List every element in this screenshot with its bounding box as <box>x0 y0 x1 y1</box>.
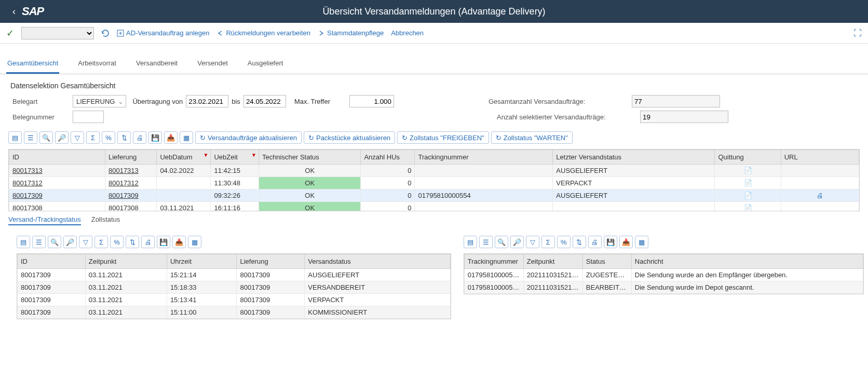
table-row[interactable]: 0179581000055420211103152107BEARBEITUNGD… <box>464 281 863 294</box>
subtotal-icon[interactable]: % <box>557 236 571 248</box>
filter-icon[interactable]: ▽ <box>79 236 92 248</box>
id-link[interactable]: 80017309 <box>12 192 43 199</box>
col-quittung[interactable]: Quittung <box>715 150 781 165</box>
receipt-icon[interactable]: 📄 <box>744 179 752 187</box>
subtotal-icon[interactable]: % <box>110 236 124 248</box>
belegnr-input[interactable] <box>73 111 104 123</box>
tab-versendet[interactable]: Versendet <box>196 54 229 74</box>
col-uebzeit[interactable]: UebZeit▼ <box>211 150 259 165</box>
export-excel-icon[interactable]: 📥 <box>164 131 178 144</box>
search-next-icon[interactable]: 🔎 <box>55 131 69 144</box>
subtab-zoll[interactable]: Zollstatus <box>91 214 120 225</box>
table-row[interactable]: 8001730903.11.202115:21:1480017309AUSGEL… <box>18 269 451 281</box>
sort-asc-icon[interactable]: ⇅ <box>126 236 139 248</box>
search-icon[interactable]: 🔍 <box>495 236 508 248</box>
sum-icon[interactable]: Σ <box>86 131 100 144</box>
details-icon[interactable]: ▤ <box>8 131 22 144</box>
receipt-icon[interactable]: 📄 <box>744 167 752 174</box>
col-tracking[interactable]: Trackingnummer <box>415 150 553 165</box>
export-local-icon[interactable]: 💾 <box>157 236 170 248</box>
tab-arbeitsvorrat[interactable]: Arbeitsvorrat <box>77 54 117 74</box>
date-from-input[interactable] <box>186 95 228 107</box>
back-button[interactable]: ‹ <box>6 6 22 17</box>
lcol-uhr[interactable]: Uhrzeit <box>167 254 237 269</box>
list-icon[interactable]: ☰ <box>479 236 493 248</box>
id-link[interactable]: 80017312 <box>12 179 43 187</box>
export-excel-icon[interactable]: 📥 <box>172 236 186 248</box>
search-next-icon[interactable]: 🔎 <box>63 236 77 248</box>
receipt-icon[interactable]: 📄 <box>744 192 752 199</box>
col-hus[interactable]: Anzahl HUs <box>361 150 415 165</box>
table-row[interactable]: 800173128001731211:30:48OK0VERPACKT📄 <box>9 177 859 190</box>
lieferung-link[interactable]: 80017308 <box>108 204 139 211</box>
sort-asc-icon[interactable]: ⇅ <box>573 236 586 248</box>
layout-icon[interactable]: ▦ <box>180 131 193 144</box>
export-local-icon[interactable]: 💾 <box>604 236 617 248</box>
col-lieferung[interactable]: Lieferung <box>105 150 156 165</box>
tab-ausgeliefert[interactable]: Ausgeliefert <box>247 54 284 74</box>
col-vstatus[interactable]: Letzter Versandstatus <box>553 150 715 165</box>
max-input[interactable] <box>349 95 394 107</box>
rcol-status[interactable]: Status <box>582 254 631 269</box>
subtotal-icon[interactable]: % <box>102 131 115 144</box>
cancel-button[interactable]: Abbrechen <box>391 29 424 37</box>
print-icon[interactable]: 🖨 <box>133 131 146 144</box>
zoll-release-button[interactable]: ↻ Zollstatus "FREIGEBEN" <box>397 131 489 144</box>
table-row[interactable]: 800173088001730803.11.202116:11:16OK0📄 <box>9 202 859 212</box>
zoll-wait-button[interactable]: ↻ Zollstatus "WARTEN" <box>491 131 573 144</box>
lcol-status[interactable]: Versandstatus <box>305 254 450 269</box>
col-techstatus[interactable]: Technischer Status <box>259 150 361 165</box>
receipt-icon[interactable]: 📄 <box>744 204 752 211</box>
table-row[interactable]: 800173098001730909:32:26OK00179581000055… <box>9 190 859 202</box>
search-icon[interactable]: 🔍 <box>48 236 61 248</box>
filter-icon[interactable]: ▽ <box>71 131 84 144</box>
table-row[interactable]: 8001730903.11.202115:11:0080017309KOMMIS… <box>18 306 451 319</box>
search-next-icon[interactable]: 🔎 <box>510 236 524 248</box>
col-id[interactable]: ID <box>9 150 105 165</box>
layout-icon[interactable]: ▦ <box>635 236 648 248</box>
master-data-button[interactable]: Stammdatenpflege <box>318 29 384 37</box>
refresh-packs-button[interactable]: ↻ Packstücke aktualisieren <box>304 131 395 144</box>
table-row[interactable]: 800173138001731304.02.202211:42:15OK0AUS… <box>9 165 859 177</box>
filter-icon[interactable]: ▽ <box>526 236 539 248</box>
sum-icon[interactable]: Σ <box>541 236 555 248</box>
lieferung-link[interactable]: 80017312 <box>108 179 139 187</box>
lieferung-link[interactable]: 80017313 <box>108 167 139 174</box>
lieferung-link[interactable]: 80017309 <box>108 192 139 199</box>
search-icon[interactable]: 🔍 <box>39 131 53 144</box>
lcol-zp[interactable]: Zeitpunkt <box>85 254 167 269</box>
lcol-id[interactable]: ID <box>18 254 86 269</box>
id-link[interactable]: 80017313 <box>12 167 43 174</box>
rcol-tn[interactable]: Trackingnummer <box>464 254 523 269</box>
belegart-select[interactable]: LIEFERUNG ⌄ <box>73 95 126 107</box>
accept-icon[interactable]: ✓ <box>6 28 14 39</box>
export-excel-icon[interactable]: 📥 <box>619 236 633 248</box>
id-link[interactable]: 80017308 <box>12 204 43 211</box>
table-row[interactable]: 0179581000055420211103152114ZUGESTELLTDi… <box>464 269 863 281</box>
tab-versandbereit[interactable]: Versandbereit <box>135 54 179 74</box>
tab-gesamtuebersicht[interactable]: Gesamtübersicht <box>6 54 59 74</box>
refresh-icon[interactable] <box>101 29 110 37</box>
details-icon[interactable]: ▤ <box>464 236 477 248</box>
table-row[interactable]: 8001730903.11.202115:13:4180017309VERPAC… <box>18 294 451 306</box>
sort-asc-icon[interactable]: ⇅ <box>117 131 131 144</box>
refresh-orders-button[interactable]: ↻ Versandaufträge aktualisieren <box>195 131 302 144</box>
rcol-msg[interactable]: Nachricht <box>631 254 863 269</box>
date-to-input[interactable] <box>243 95 286 107</box>
layout-icon[interactable]: ▦ <box>188 236 201 248</box>
command-select[interactable] <box>21 27 94 39</box>
subtab-versand[interactable]: Versand-/Trackingstatus <box>8 214 81 225</box>
expand-icon[interactable]: ⛶ <box>853 29 862 38</box>
list-icon[interactable]: ☰ <box>32 236 46 248</box>
process-feedback-button[interactable]: Rückmeldungen verarbeiten <box>216 29 310 37</box>
create-order-button[interactable]: AD-Versandauftrag anlegen <box>117 29 209 37</box>
col-url[interactable]: URL <box>781 150 859 165</box>
sum-icon[interactable]: Σ <box>94 236 108 248</box>
print-icon[interactable]: 🖨 <box>141 236 155 248</box>
col-uebdatum[interactable]: UebDatum▼ <box>157 150 211 165</box>
rcol-zp[interactable]: Zeitpunkt <box>523 254 582 269</box>
list-icon[interactable]: ☰ <box>24 131 37 144</box>
table-row[interactable]: 8001730903.11.202115:18:3380017309VERSAN… <box>18 281 451 294</box>
print-icon[interactable]: 🖨 <box>588 236 602 248</box>
lcol-lief[interactable]: Lieferung <box>237 254 305 269</box>
